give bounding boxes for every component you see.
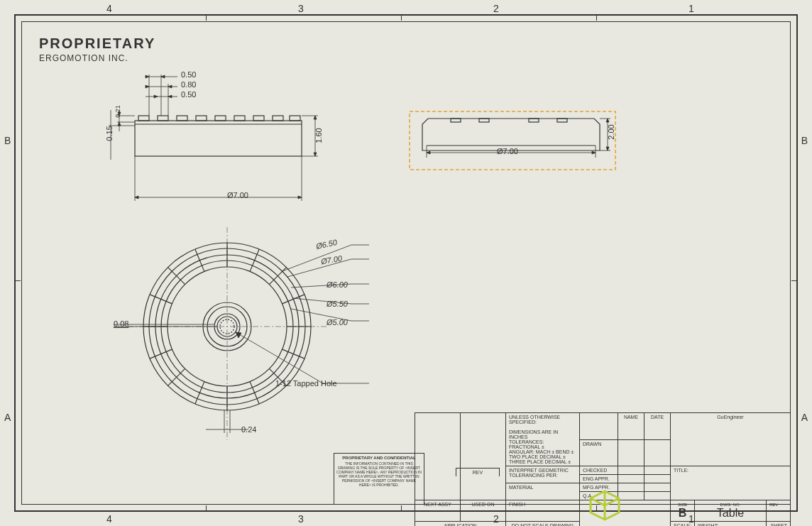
tb-ang: ANGULAR: MACH ± BEND ±	[509, 449, 574, 454]
svg-rect-6	[234, 116, 245, 121]
tick	[401, 14, 402, 21]
svg-marker-21	[154, 95, 158, 98]
svg-rect-42	[451, 119, 461, 122]
svg-rect-0	[135, 121, 302, 156]
svg-rect-43	[479, 119, 489, 122]
dim-050a: 0.50	[181, 70, 196, 79]
tb-next: NEXT ASSY	[415, 500, 461, 522]
svg-line-77	[168, 368, 185, 385]
tb-two: TWO PLACE DECIMAL ±	[509, 454, 566, 459]
tick	[596, 14, 597, 21]
conf-body: THE INFORMATION CONTAINED IN THIS DRAWIN…	[336, 461, 422, 487]
svg-rect-5	[215, 116, 226, 121]
svg-marker-34	[314, 153, 317, 156]
svg-marker-55	[606, 147, 609, 150]
company-label: ERGOMOTION INC.	[39, 53, 155, 63]
dim-dia550: Ø5.50	[327, 300, 348, 308]
tb-unless: UNLESS OTHERWISE SPECIFIED:	[509, 415, 560, 424]
dim-200: 2.00	[607, 124, 615, 139]
tb-three: THREE PLACE DECIMAL ±	[509, 459, 571, 464]
tick	[206, 14, 207, 21]
zone-top-4: 4	[106, 3, 112, 14]
svg-marker-29	[118, 122, 121, 126]
svg-marker-18	[161, 75, 165, 78]
svg-rect-8	[273, 116, 283, 121]
tb-scale: SCALE: 1:2	[671, 522, 695, 527]
tb-drawn: DRAWN	[580, 439, 618, 466]
svg-marker-54	[606, 119, 609, 122]
zone-top-1: 1	[688, 3, 694, 14]
svg-rect-40	[410, 111, 615, 170]
tb-rev-lbl: REV	[769, 503, 778, 507]
svg-rect-4	[196, 116, 207, 121]
svg-marker-20	[168, 85, 172, 88]
tick	[791, 280, 798, 281]
dim-021: 0.21	[114, 105, 121, 118]
tb-weight: WEIGHT:	[694, 522, 766, 527]
tb-frac: FRACTIONAL ±	[509, 444, 544, 449]
title-block: UNLESS OTHERWISE SPECIFIED: DIMENSIONS A…	[415, 412, 791, 505]
tick	[14, 280, 21, 281]
svg-rect-3	[177, 116, 187, 121]
tick	[206, 505, 207, 512]
dim-008: 0.08	[114, 319, 128, 328]
rev-header: REV	[456, 468, 500, 476]
zone-left-b: B	[4, 135, 11, 146]
tb-geom: INTERPRET GEOMETRIC	[509, 468, 569, 473]
tb-geom2: TOLERANCING PER:	[509, 473, 558, 478]
svg-marker-49	[427, 151, 430, 154]
tb-dimin: DIMENSIONS ARE IN INCHES	[509, 429, 558, 439]
svg-rect-9	[290, 116, 300, 121]
confidential-block: PROPRIETARY AND CONFIDENTIAL THE INFORMA…	[334, 453, 424, 505]
svg-rect-7	[253, 116, 264, 121]
conf-header: PROPRIETARY AND CONFIDENTIAL	[336, 456, 422, 460]
svg-marker-19	[146, 85, 149, 88]
tb-used: USED ON	[461, 500, 506, 522]
dim-dia600: Ø6.00	[327, 280, 348, 289]
tb-dwg: Table	[717, 507, 744, 519]
tapped-hole-note: 1-12 Tapped Hole	[275, 379, 337, 388]
svg-rect-45	[557, 119, 567, 122]
tb-sheet: SHEET 1 OF 1	[767, 522, 791, 527]
tb-name-h: NAME	[618, 413, 644, 440]
svg-line-76	[269, 268, 286, 285]
tb-tol: TOLERANCES:	[509, 439, 544, 444]
dim-dia700a: Ø7.00	[227, 191, 248, 199]
logo-icon	[587, 488, 622, 523]
dim-dia700b: Ø7.00	[497, 147, 518, 155]
dim-080: 0.80	[181, 80, 196, 89]
tb-checked: CHECKED	[580, 466, 618, 475]
tb-dns: DO NOT SCALE DRAWING	[506, 522, 580, 527]
svg-marker-50	[592, 151, 596, 154]
dim-160: 1.60	[314, 128, 323, 143]
tb-company: GoEngineer	[671, 413, 791, 466]
dim-dia500: Ø5.00	[327, 318, 348, 327]
zone-bot-3: 3	[298, 513, 304, 525]
zone-top-2: 2	[493, 3, 499, 14]
zone-right-b: B	[801, 135, 808, 146]
svg-rect-44	[529, 119, 539, 122]
tb-mat: MATERIAL	[506, 483, 580, 500]
front-view[interactable]	[106, 67, 334, 209]
svg-rect-1	[138, 116, 149, 121]
tb-fin: FINISH	[506, 500, 580, 522]
proprietary-label: PROPRIETARY	[39, 35, 155, 52]
tb-eng: ENG APPR.	[580, 475, 618, 483]
svg-marker-17	[146, 75, 149, 78]
dim-024: 0.24	[241, 425, 256, 434]
svg-marker-33	[314, 116, 317, 119]
tb-date-h: DATE	[644, 413, 671, 440]
dim-015: 0.15	[105, 126, 114, 141]
zone-left-a: A	[4, 412, 11, 423]
tick	[401, 505, 402, 512]
dim-050b: 0.50	[181, 90, 196, 99]
zone-bot-4: 4	[106, 513, 112, 525]
svg-marker-39	[298, 196, 302, 199]
svg-line-78	[168, 268, 185, 285]
svg-marker-22	[168, 95, 172, 98]
tb-size: B	[679, 507, 687, 519]
svg-rect-2	[158, 116, 168, 121]
side-view[interactable]	[408, 110, 621, 174]
zone-top-3: 3	[298, 3, 304, 14]
tb-app: APPLICATION	[415, 522, 506, 527]
